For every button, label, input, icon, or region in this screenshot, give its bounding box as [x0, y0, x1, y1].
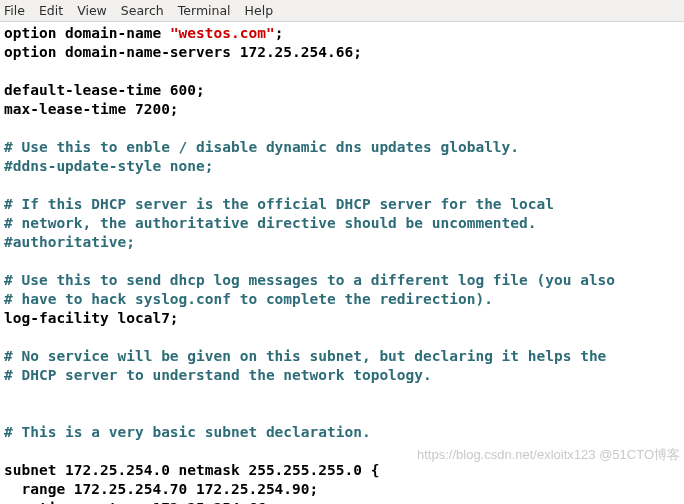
menu-file[interactable]: File [4, 3, 25, 18]
code-comment: # Use this to send dhcp log messages to … [4, 272, 615, 288]
code-line: subnet 172.25.254.0 netmask 255.255.255.… [4, 462, 379, 478]
code-comment: #authoritative; [4, 234, 135, 250]
code-line: option domain-name-servers 172.25.254.66… [4, 44, 362, 60]
code-line: option domain-name "westos.com"; [4, 25, 283, 41]
menubar: File Edit View Search Terminal Help [0, 0, 684, 22]
code-line: range 172.25.254.70 172.25.254.90; [4, 481, 318, 497]
menu-view[interactable]: View [77, 3, 107, 18]
code-comment: # network, the authoritative directive s… [4, 215, 537, 231]
code-comment: # No service will be given on this subne… [4, 348, 606, 364]
code-line: max-lease-time 7200; [4, 101, 179, 117]
code-comment: #ddns-update-style none; [4, 158, 214, 174]
menu-terminal[interactable]: Terminal [178, 3, 231, 18]
code-line: log-facility local7; [4, 310, 179, 326]
code-comment: # have to hack syslog.conf to complete t… [4, 291, 493, 307]
code-comment: # Use this to enble / disable dynamic dn… [4, 139, 519, 155]
menu-edit[interactable]: Edit [39, 3, 63, 18]
code-line: option routers 172.25.254.66; [4, 500, 275, 504]
code-comment: # This is a very basic subnet declaratio… [4, 424, 371, 440]
menu-help[interactable]: Help [245, 3, 274, 18]
code-comment: # If this DHCP server is the official DH… [4, 196, 554, 212]
code-comment: # DHCP server to understand the network … [4, 367, 432, 383]
code-line: default-lease-time 600; [4, 82, 205, 98]
editor-area[interactable]: option domain-name "westos.com"; option … [0, 22, 684, 504]
menu-search[interactable]: Search [121, 3, 164, 18]
